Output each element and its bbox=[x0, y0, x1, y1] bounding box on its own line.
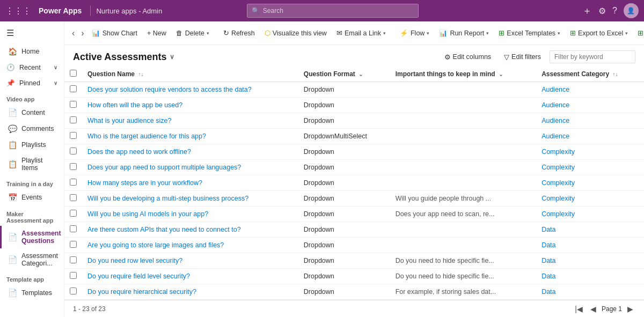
visualize-button[interactable]: ⬡ Visualize this view bbox=[260, 26, 331, 40]
cell-assessment-category[interactable]: Complexity bbox=[536, 207, 644, 222]
cell-question-name[interactable]: Do you require field level security? bbox=[82, 269, 298, 284]
header-important-things[interactable]: Important things to keep in mind ⌄ bbox=[390, 67, 537, 82]
select-all-checkbox[interactable] bbox=[70, 70, 77, 77]
search-box[interactable]: 🔍 bbox=[247, 4, 419, 18]
search-input[interactable] bbox=[263, 7, 414, 14]
cell-assessment-category[interactable]: Complexity bbox=[536, 160, 644, 175]
row-checkbox-3[interactable] bbox=[70, 132, 77, 139]
import-excel-button[interactable]: ⊞ Import from Excel ▾ bbox=[633, 26, 644, 40]
view-title-chevron[interactable]: ∨ bbox=[170, 53, 174, 61]
row-checkbox-cell bbox=[64, 144, 82, 160]
cell-important-things bbox=[390, 113, 537, 129]
visualize-icon: ⬡ bbox=[265, 29, 270, 37]
row-checkbox-11[interactable] bbox=[70, 256, 77, 263]
sidebar-item-pinned[interactable]: 📌 Pinned ∨ bbox=[0, 75, 64, 91]
email-link-button[interactable]: ✉ Email a Link ▾ bbox=[332, 26, 390, 40]
sidebar-item-assessment-categories[interactable]: 📄 Assessment Categori... bbox=[0, 248, 64, 271]
cell-question-name[interactable]: Will you be using AI models in your app? bbox=[82, 207, 298, 222]
header-assessment-category[interactable]: Assessment Category ↑↓ bbox=[536, 67, 644, 82]
cell-question-format: Dropdown bbox=[298, 82, 390, 98]
sidebar-item-content[interactable]: 📄 Content bbox=[0, 105, 64, 121]
cell-question-format: Dropdown bbox=[298, 160, 390, 175]
cell-assessment-category[interactable]: Data bbox=[536, 253, 644, 269]
cell-question-name[interactable]: Will you be developing a multi-step busi… bbox=[82, 191, 298, 207]
row-checkbox-cell bbox=[64, 207, 82, 222]
sidebar-item-home[interactable]: 🏠 Home bbox=[0, 43, 64, 60]
prev-page-button[interactable]: ◀ bbox=[588, 304, 598, 314]
sidebar-item-assessment-questions[interactable]: 📄 Assessment Questions bbox=[0, 226, 64, 248]
row-checkbox-1[interactable] bbox=[70, 101, 77, 108]
header-question-name[interactable]: Question Name ↑↓ bbox=[82, 67, 298, 82]
sidebar-item-events[interactable]: 📅 Events bbox=[0, 189, 64, 205]
row-checkbox-7[interactable] bbox=[70, 194, 77, 201]
show-chart-button[interactable]: 📊 Show Chart bbox=[87, 26, 142, 40]
sidebar-item-recent[interactable]: 🕐 Recent ∨ bbox=[0, 60, 64, 75]
cell-assessment-category[interactable]: Data bbox=[536, 222, 644, 238]
delete-button[interactable]: 🗑 Delete ▾ bbox=[172, 27, 214, 40]
add-icon[interactable]: ＋ bbox=[582, 4, 592, 17]
row-checkbox-4[interactable] bbox=[70, 148, 77, 154]
cell-assessment-category[interactable]: Data bbox=[536, 284, 644, 300]
flow-button[interactable]: ⚡ Flow ▾ bbox=[396, 26, 434, 40]
cell-question-name[interactable]: Who is the target audience for this app? bbox=[82, 129, 298, 144]
cell-assessment-category[interactable]: Audience bbox=[536, 82, 644, 98]
sidebar-hamburger[interactable]: ☰ bbox=[0, 25, 64, 41]
help-icon[interactable]: ? bbox=[612, 6, 617, 16]
cell-question-name[interactable]: Does your solution require vendors to ac… bbox=[82, 82, 298, 98]
run-report-button[interactable]: 📊 Run Report ▾ bbox=[435, 26, 493, 40]
nav-back-button[interactable]: ‹ bbox=[70, 27, 77, 39]
row-checkbox-5[interactable] bbox=[70, 163, 77, 170]
first-page-button[interactable]: |◀ bbox=[573, 304, 585, 314]
row-checkbox-2[interactable] bbox=[70, 116, 77, 123]
cell-question-name[interactable]: How often will the app be used? bbox=[82, 98, 298, 113]
sidebar-item-comments[interactable]: 💬 Comments bbox=[0, 121, 64, 137]
filter-keyword-input[interactable] bbox=[550, 50, 635, 63]
cell-question-format: Dropdown bbox=[298, 222, 390, 238]
cell-question-name[interactable]: Are you going to store large images and … bbox=[82, 238, 298, 253]
export-excel-button[interactable]: ⊞ Export to Excel ▾ bbox=[566, 26, 632, 40]
cell-question-name[interactable]: What is your audience size? bbox=[82, 113, 298, 129]
row-checkbox-8[interactable] bbox=[70, 210, 77, 217]
new-button[interactable]: + New bbox=[143, 27, 171, 40]
cell-question-name[interactable]: Do you need row level security? bbox=[82, 253, 298, 269]
avatar[interactable]: 👤 bbox=[624, 3, 639, 18]
waffle-icon[interactable]: ⋮⋮⋮ bbox=[5, 6, 31, 16]
sidebar-item-templates[interactable]: 📄 Templates bbox=[0, 285, 64, 301]
edit-filters-button[interactable]: ▽ Edit filters bbox=[500, 51, 545, 63]
excel-templates-button[interactable]: ⊞ Excel Templates ▾ bbox=[494, 26, 565, 40]
row-checkbox-cell bbox=[64, 82, 82, 98]
table-row: Will you be using AI models in your app?… bbox=[64, 207, 644, 222]
sidebar-item-playlist-items[interactable]: 📋 Playlist Items bbox=[0, 153, 64, 175]
cell-question-name[interactable]: Does your app need to support multiple l… bbox=[82, 160, 298, 175]
next-page-button[interactable]: ▶ bbox=[625, 304, 635, 314]
cell-assessment-category[interactable]: Complexity bbox=[536, 175, 644, 191]
cell-assessment-category[interactable]: Data bbox=[536, 238, 644, 253]
edit-columns-button[interactable]: ⚙ Edit columns bbox=[440, 51, 496, 63]
cell-question-name[interactable]: Do you require hierarchical security? bbox=[82, 284, 298, 300]
row-checkbox-12[interactable] bbox=[70, 272, 77, 279]
header-question-format[interactable]: Question Format ⌄ bbox=[298, 67, 390, 82]
cell-assessment-category[interactable]: Complexity bbox=[536, 191, 644, 207]
nav-forward-button[interactable]: › bbox=[79, 27, 86, 39]
sort-question-format-icon: ⌄ bbox=[358, 71, 363, 77]
row-checkbox-13[interactable] bbox=[70, 287, 77, 294]
flow-dropdown-icon: ▾ bbox=[427, 31, 429, 36]
table-footer: 1 - 23 of 23 |◀ ◀ Page 1 ▶ bbox=[64, 300, 644, 317]
sidebar-item-playlists[interactable]: 📋 Playlists bbox=[0, 137, 64, 153]
cell-question-name[interactable]: Does the app need to work offline? bbox=[82, 144, 298, 160]
settings-icon[interactable]: ⚙ bbox=[598, 6, 606, 16]
table-row: Does your app need to support multiple l… bbox=[64, 160, 644, 175]
row-checkbox-0[interactable] bbox=[70, 85, 77, 92]
cell-assessment-category[interactable]: Audience bbox=[536, 98, 644, 113]
cell-assessment-category[interactable]: Complexity bbox=[536, 144, 644, 160]
section-maker-assessment: Maker Assessment app bbox=[0, 205, 64, 226]
refresh-button[interactable]: ↻ Refresh bbox=[219, 26, 259, 40]
cell-assessment-category[interactable]: Data bbox=[536, 269, 644, 284]
cell-assessment-category[interactable]: Audience bbox=[536, 129, 644, 144]
row-checkbox-9[interactable] bbox=[70, 225, 77, 232]
cell-question-name[interactable]: Are there custom APIs that you need to c… bbox=[82, 222, 298, 238]
row-checkbox-6[interactable] bbox=[70, 179, 77, 186]
cell-assessment-category[interactable]: Audience bbox=[536, 113, 644, 129]
row-checkbox-10[interactable] bbox=[70, 241, 77, 248]
cell-question-name[interactable]: How many steps are in your workflow? bbox=[82, 175, 298, 191]
